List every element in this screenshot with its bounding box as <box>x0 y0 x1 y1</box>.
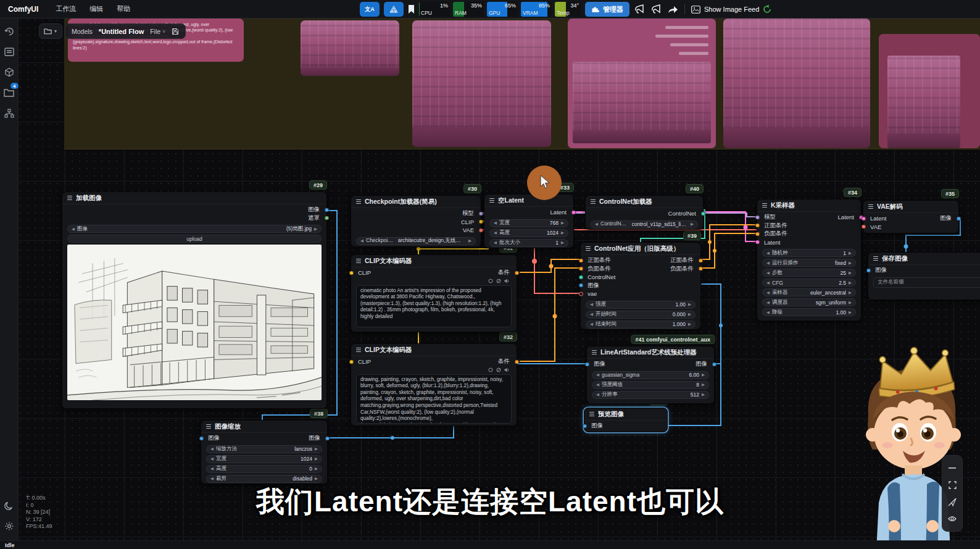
widget-运行后操作[interactable]: ◀运行后操作fixed▶ <box>762 259 856 267</box>
theme-toggle-icon[interactable] <box>2 499 16 513</box>
node-lineart-preprocessor[interactable]: LineArtStandard艺术线预处理器图像图像◀guassian_sigm… <box>586 346 715 404</box>
node-menu-icon[interactable] <box>356 199 361 204</box>
node-menu-icon[interactable] <box>356 348 361 352</box>
node-toggle-icon[interactable] <box>488 367 493 372</box>
input-port-图像[interactable] <box>579 283 583 288</box>
output-port-图像[interactable] <box>957 216 961 220</box>
node-menu-icon[interactable] <box>592 350 597 354</box>
node-menu-icon[interactable] <box>589 412 594 416</box>
widget-宽度[interactable]: ◀宽度768▶ <box>489 219 568 227</box>
node-menu-icon[interactable] <box>591 199 596 204</box>
input-port-Latent[interactable] <box>862 216 866 220</box>
sidebar-models-button[interactable] <box>2 65 16 79</box>
node-controlnet-apply[interactable]: ControlNet应用（旧版高级）正面条件正面条件负面条件负面条件Contro… <box>580 242 701 330</box>
input-port-负面条件[interactable] <box>755 232 760 236</box>
workflow-folder-button[interactable]: ▼ <box>39 23 62 39</box>
widget-ControlNet名称[interactable]: ◀ControlNet名称control_v11p_sd15_lineart.p… <box>591 220 698 228</box>
input-port-图像[interactable] <box>585 362 589 366</box>
widget-强度[interactable]: ◀强度1.00▶ <box>586 301 696 309</box>
widget-随机种[interactable]: ◀随机种1▶ <box>762 249 856 257</box>
zoom-out-button[interactable] <box>947 463 957 473</box>
widget-高度[interactable]: ◀高度0▶ <box>206 465 322 473</box>
output-port-ControlNet[interactable] <box>701 211 705 216</box>
output-port-图像[interactable] <box>712 362 716 366</box>
node-graph-canvas[interactable]: crayon, sketch, graphite, impressionist,… <box>0 0 980 549</box>
widget-强度阈值[interactable]: ◀强度阈值8▶ <box>592 381 709 389</box>
input-port-CLIP[interactable] <box>349 270 354 275</box>
input-port-vae[interactable] <box>579 291 583 296</box>
node-image-scale[interactable]: 图像缩放图像图像◀缩放方法lanczos▶◀宽度1024▶◀高度0▶◀裁剪dis… <box>201 420 328 484</box>
node-vae-decode[interactable]: VAE解码Latent图像VAE <box>863 200 959 233</box>
image-preview-pink-5[interactable] <box>879 34 980 148</box>
node-menu-icon[interactable] <box>206 424 211 429</box>
menu-workflow[interactable]: 工作流 <box>56 4 76 14</box>
manager-button[interactable]: 管理器 <box>585 2 629 17</box>
output-port-图像[interactable] <box>325 436 330 440</box>
node-menu-icon[interactable] <box>67 196 72 200</box>
menu-help[interactable]: 帮助 <box>117 4 130 14</box>
horn-icon-2[interactable] <box>650 4 663 15</box>
output-port-模型[interactable] <box>479 211 483 216</box>
input-port-VAE[interactable] <box>862 225 866 229</box>
output-port-正面条件[interactable] <box>699 258 703 262</box>
node-pink-panel[interactable] <box>568 19 716 148</box>
widget-分辨率[interactable]: ◀分辨率512▶ <box>592 391 709 399</box>
input-port-图像[interactable] <box>199 436 204 440</box>
image-preview-pink-1[interactable] <box>301 20 399 76</box>
node-menu-icon[interactable] <box>356 259 361 263</box>
share-icon[interactable] <box>667 4 678 14</box>
graph-tool-button[interactable] <box>384 2 404 17</box>
translate-button[interactable]: 文A <box>360 2 380 17</box>
widget-批次大小[interactable]: ◀批次大小1▶ <box>489 239 568 247</box>
input-port-正面条件[interactable] <box>579 258 583 262</box>
prompt-textarea[interactable]: cinematic photo An artist's impression o… <box>356 285 512 327</box>
menu-edit[interactable]: 编辑 <box>89 4 103 14</box>
sidebar-node-library-button[interactable] <box>2 106 16 120</box>
node-bypass-icon[interactable] <box>496 279 501 283</box>
input-port-图像[interactable] <box>583 424 587 428</box>
models-menu[interactable]: Models <box>72 28 93 35</box>
node-mute-icon[interactable] <box>504 367 510 372</box>
image-preview-pink-4[interactable] <box>723 19 870 148</box>
output-port-条件[interactable] <box>515 359 519 364</box>
widget-图像[interactable]: ◀图像(5)简图.jpg▶ <box>67 225 322 233</box>
horn-icon-1[interactable] <box>634 4 646 15</box>
input-port-ControlNet[interactable] <box>579 275 583 279</box>
node-menu-icon[interactable] <box>586 246 591 251</box>
comfyui-logo[interactable]: ComfyUI <box>8 5 38 14</box>
bookmark-icon[interactable] <box>408 4 415 14</box>
image-preview-pink-2[interactable] <box>412 20 551 147</box>
sidebar-queue-button[interactable] <box>2 45 16 59</box>
node-empty-latent[interactable]: 空LatentLatent◀宽度768▶◀高度1024▶◀批次大小1▶ <box>484 194 574 248</box>
output-port-条件[interactable] <box>515 270 519 275</box>
widget-缩放方法[interactable]: ◀缩放方法lanczos▶ <box>206 445 322 453</box>
sidebar-history-button[interactable] <box>2 25 16 38</box>
input-port-正面条件[interactable] <box>755 224 760 228</box>
node-menu-icon[interactable] <box>489 198 494 203</box>
input-port-Latent[interactable] <box>755 240 760 245</box>
output-port-VAE[interactable] <box>479 228 483 232</box>
input-port-CLIP[interactable] <box>349 359 354 364</box>
input-port-模型[interactable] <box>755 215 760 219</box>
node-bypass-icon[interactable] <box>496 367 501 372</box>
widget-guassian_sigma[interactable]: ◀guassian_sigma6.00▶ <box>592 371 709 379</box>
node-controlnet-loader[interactable]: ControlNet加载器ControlNet◀ControlNet名称cont… <box>585 195 704 230</box>
workflow-tab-name[interactable]: *Untitled Flow <box>99 28 144 35</box>
node-checkpoint-loader[interactable]: Checkpoint加载器(简易)模型CLIPVAE◀Checkpoint名称a… <box>351 195 481 247</box>
node-menu-icon[interactable] <box>868 204 873 209</box>
widget-步数[interactable]: ◀步数25▶ <box>762 269 856 277</box>
output-port-遮罩[interactable] <box>325 216 329 220</box>
widget-开始时间[interactable]: ◀开始时间0.000▶ <box>586 311 696 319</box>
node-menu-icon[interactable] <box>873 256 878 261</box>
node-clip-encode-positive[interactable]: CLIP文本编码器CLIP条件 cinematic photo An artis… <box>351 254 517 332</box>
filename-prefix-field[interactable]: 文件名前缀 <box>873 277 980 288</box>
output-port-CLIP[interactable] <box>479 220 483 224</box>
output-port-Latent[interactable] <box>571 210 576 214</box>
prompt-textarea[interactable]: drawing, painting, crayon, sketch, graph… <box>356 374 512 424</box>
settings-gear-icon[interactable] <box>2 519 16 533</box>
widget-Checkpoint名称[interactable]: ◀Checkpoint名称architecutre_design,无线条-Yua… <box>356 237 476 245</box>
widget-降噪[interactable]: ◀降噪1.00▶ <box>762 308 856 316</box>
node-toggle-icon[interactable] <box>488 279 493 283</box>
save-icon[interactable] <box>172 28 179 35</box>
file-menu[interactable]: File∨ <box>150 28 165 35</box>
